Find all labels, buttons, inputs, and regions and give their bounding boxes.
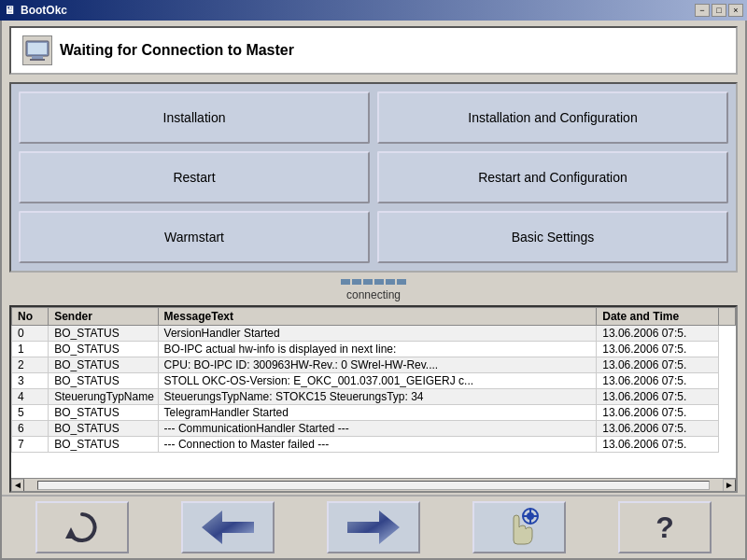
cell-sender: BO_STATUS xyxy=(49,421,158,437)
message-table: No Sender MessageText Date and Time 0 BO… xyxy=(11,307,736,453)
cell-message: STOLL OKC-OS-Version: E_OKC_001.037.001_… xyxy=(158,373,597,389)
table-row: 7 BO_STATUS --- Connection to Master fai… xyxy=(12,437,736,453)
refresh-icon xyxy=(63,509,101,546)
minimize-button[interactable]: − xyxy=(695,4,710,17)
horiz-scroll[interactable]: ◄ ► xyxy=(11,478,736,491)
table-scroll[interactable]: No Sender MessageText Date and Time 0 BO… xyxy=(11,307,736,478)
cell-sender: SteuerungTypName xyxy=(49,389,158,405)
cell-no: 7 xyxy=(12,437,49,453)
cell-sender: BO_STATUS xyxy=(49,357,158,373)
network-button[interactable] xyxy=(472,501,566,553)
table-row: 6 BO_STATUS --- CommunicationHandler Sta… xyxy=(12,421,736,437)
svg-rect-3 xyxy=(30,59,45,61)
question-mark-icon: ? xyxy=(655,511,674,545)
table-row: 4 SteuerungTypName SteuerungsTypName: ST… xyxy=(12,389,736,405)
cell-date: 13.06.2006 07:5. xyxy=(597,389,718,405)
cell-sender: BO_STATUS xyxy=(49,342,158,357)
cell-no: 4 xyxy=(12,389,49,405)
installation-button[interactable]: Installation xyxy=(19,91,370,144)
warmstart-button[interactable]: Warmstart xyxy=(19,211,370,263)
table-header-row: No Sender MessageText Date and Time xyxy=(12,308,736,326)
table-row: 2 BO_STATUS CPU: BO-IPC ID: 300963HW-Rev… xyxy=(12,357,736,373)
refresh-button[interactable] xyxy=(35,501,129,553)
scroll-left-btn[interactable]: ◄ xyxy=(11,479,24,492)
title-bar-controls: − □ × xyxy=(695,4,743,17)
forward-button[interactable] xyxy=(327,501,420,553)
progress-dot xyxy=(397,279,406,285)
cell-message: --- CommunicationHandler Started --- xyxy=(158,421,597,437)
cell-date: 13.06.2006 07:5. xyxy=(597,421,718,437)
network-icon xyxy=(495,505,543,550)
connecting-label: connecting xyxy=(346,288,401,301)
col-header-no: No xyxy=(12,308,49,326)
back-arrow-icon xyxy=(198,507,258,548)
col-header-sender: Sender xyxy=(49,308,158,326)
cell-no: 1 xyxy=(12,342,49,357)
main-window: Waiting for Connection to Master Install… xyxy=(0,21,747,560)
table-row: 5 BO_STATUS TelegramHandler Started 13.0… xyxy=(12,405,736,421)
col-header-message: MessageText xyxy=(158,308,597,326)
basic-settings-button[interactable]: Basic Settings xyxy=(377,211,728,263)
cell-sender: BO_STATUS xyxy=(49,326,158,342)
progress-dot xyxy=(352,279,361,285)
cell-message: SteuerungsTypName: STOKC15 SteuerungsTyp… xyxy=(158,389,597,405)
cell-no: 6 xyxy=(12,421,49,437)
header-area: Waiting for Connection to Master xyxy=(9,26,738,75)
cell-date: 13.06.2006 07:5. xyxy=(597,342,718,357)
app-header-icon xyxy=(22,35,52,65)
table-body: 0 BO_STATUS VersionHandler Started 13.06… xyxy=(12,326,736,453)
svg-rect-1 xyxy=(28,43,47,54)
connecting-area: connecting xyxy=(9,278,738,301)
message-table-container: No Sender MessageText Date and Time 0 BO… xyxy=(9,305,738,493)
cell-message: --- Connection to Master failed --- xyxy=(158,437,597,453)
cell-date: 13.06.2006 07:5. xyxy=(597,357,718,373)
cell-message: VersionHandler Started xyxy=(158,326,597,342)
progress-dots xyxy=(340,278,407,286)
cell-date: 13.06.2006 07:5. xyxy=(597,373,718,389)
col-header-date: Date and Time xyxy=(597,308,718,326)
cell-message: BO-IPC actual hw-info is displayed in ne… xyxy=(158,342,597,357)
restart-button[interactable]: Restart xyxy=(19,151,370,203)
progress-dot xyxy=(374,279,384,285)
table-row: 0 BO_STATUS VersionHandler Started 13.06… xyxy=(12,326,736,342)
cell-date: 13.06.2006 07:5. xyxy=(597,437,718,453)
cell-no: 5 xyxy=(12,405,49,421)
table-row: 1 BO_STATUS BO-IPC actual hw-info is dis… xyxy=(12,342,736,357)
button-grid: Installation Installation and Configurat… xyxy=(9,82,738,273)
progress-dot xyxy=(341,279,350,285)
progress-dot xyxy=(363,279,373,285)
svg-marker-5 xyxy=(202,511,254,544)
cell-no: 3 xyxy=(12,373,49,389)
cell-sender: BO_STATUS xyxy=(49,405,158,421)
maximize-button[interactable]: □ xyxy=(712,4,726,17)
cell-no: 2 xyxy=(12,357,49,373)
cell-sender: BO_STATUS xyxy=(49,373,158,389)
cell-sender: BO_STATUS xyxy=(49,437,158,453)
cell-message: CPU: BO-IPC ID: 300963HW-Rev.: 0 SWrel-H… xyxy=(158,357,597,373)
progress-dot xyxy=(386,279,395,285)
forward-arrow-icon xyxy=(344,507,403,548)
header-title: Waiting for Connection to Master xyxy=(60,42,294,59)
svg-marker-6 xyxy=(347,511,400,544)
title-bar: 🖥 BootOkc − □ × xyxy=(0,0,747,21)
close-button[interactable]: × xyxy=(728,4,743,17)
installation-config-button[interactable]: Installation and Configuration xyxy=(377,91,728,144)
horiz-scroll-track[interactable] xyxy=(37,481,710,490)
bottom-toolbar: ? xyxy=(2,495,745,558)
cell-date: 13.06.2006 07:5. xyxy=(597,405,718,421)
col-header-scroll xyxy=(718,308,735,326)
table-row: 3 BO_STATUS STOLL OKC-OS-Version: E_OKC_… xyxy=(12,373,736,389)
restart-config-button[interactable]: Restart and Configuration xyxy=(377,151,728,203)
cell-message: TelegramHandler Started xyxy=(158,405,597,421)
scroll-right-btn[interactable]: ► xyxy=(723,479,736,492)
help-button[interactable]: ? xyxy=(618,501,712,553)
cell-date: 13.06.2006 07:5. xyxy=(597,326,718,342)
title-bar-title: 🖥 BootOkc xyxy=(4,4,67,17)
back-button[interactable] xyxy=(181,501,275,553)
svg-rect-2 xyxy=(32,56,43,59)
cell-no: 0 xyxy=(12,326,49,342)
app-icon: 🖥 xyxy=(4,4,15,17)
svg-marker-4 xyxy=(65,527,77,539)
